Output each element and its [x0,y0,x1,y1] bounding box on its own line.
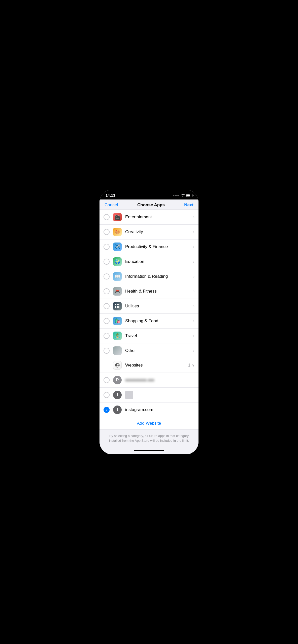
footer-note: By selecting a category, all future apps… [100,430,198,448]
svg-rect-10 [115,307,116,308]
website-row-placeholder-site[interactable]: I [100,388,198,403]
svg-rect-7 [115,306,116,307]
svg-rect-9 [118,306,119,307]
chevron-utilities: › [193,304,194,308]
label-creativity: Creativity [125,229,193,234]
chevron-productivity: › [193,245,194,249]
content-area: 🎬Entertainment›🎨Creativity›✈️Productivit… [100,210,198,430]
websites-count: 1 [188,363,190,368]
websites-header-row[interactable]: Websites1∨ [100,358,198,373]
chevron-education: › [193,259,194,264]
placeholder-website-label [125,391,194,399]
avatar-instagram: I [113,406,122,414]
avatar-placeholder-site: I [113,391,122,399]
status-bar-right [173,193,192,197]
label-education: Education [125,259,193,264]
status-time: 14:13 [106,193,115,197]
footer-text: By selecting a category, all future apps… [109,434,189,442]
chevron-entertainment: › [193,215,194,219]
status-bar: 14:13 [100,190,198,199]
svg-rect-4 [115,304,116,305]
label-utilities: Utilities [125,304,193,309]
category-row-utilities[interactable]: Utilities› [100,299,198,314]
svg-rect-11 [117,307,118,308]
radio-placeholder-site[interactable] [104,392,110,398]
add-website-button[interactable]: Add Website [104,421,194,426]
icon-other: ··· [113,346,122,355]
radio-education[interactable] [104,259,110,265]
radio-entertainment[interactable] [104,214,110,220]
label-other: Other [125,348,193,353]
label-blurred-site: xxxxxxxxxx.xxx [125,378,194,383]
label-entertainment: Entertainment [125,215,193,220]
label-information: Information & Reading [125,274,193,279]
icon-entertainment: 🎬 [113,213,122,221]
svg-rect-12 [118,307,119,308]
category-row-education[interactable]: 🌍Education› [100,254,198,269]
label-shopping: Shopping & Food [125,318,193,324]
svg-point-1 [118,292,119,293]
page-title: Choose Apps [137,203,165,208]
icon-utilities [113,302,122,310]
icon-health [113,287,122,296]
radio-blurred-site[interactable] [104,377,110,383]
cancel-button[interactable]: Cancel [105,203,118,208]
icon-creativity: 🎨 [113,228,122,236]
websites-icon [113,361,122,370]
battery-icon [186,194,192,197]
label-travel: Travel [125,333,193,338]
websites-label: Websites [125,363,188,368]
category-row-shopping[interactable]: 🛍️Shopping & Food› [100,314,198,329]
radio-instagram[interactable] [104,407,110,413]
icon-productivity: ✈️ [113,243,122,251]
icon-education: 🌍 [113,257,122,266]
category-row-health[interactable]: Health & Fitness› [100,284,198,299]
svg-point-0 [115,292,117,293]
signal-icon [173,195,179,196]
nav-header: Cancel Choose Apps Next [100,199,198,210]
svg-rect-8 [117,306,118,307]
icon-information: 📖 [113,272,122,281]
category-row-other[interactable]: ···Other› [100,343,198,358]
radio-travel[interactable] [104,333,110,339]
chevron-shopping: › [193,319,194,323]
category-row-information[interactable]: 📖Information & Reading› [100,269,198,284]
svg-rect-6 [118,304,119,305]
radio-utilities[interactable] [104,303,110,309]
label-instagram: instagram.com [125,407,194,412]
radio-productivity[interactable] [104,244,110,250]
next-button[interactable]: Next [184,203,193,208]
radio-shopping[interactable] [104,318,110,324]
home-bar [134,450,164,451]
add-website-row[interactable]: Add Website [100,417,198,430]
radio-information[interactable] [104,273,110,279]
chevron-other: › [193,348,194,353]
wifi-icon [181,193,185,197]
category-row-entertainment[interactable]: 🎬Entertainment› [100,210,198,225]
website-row-blurred-site[interactable]: Pxxxxxxxxxx.xxx [100,373,198,388]
icon-shopping: 🛍️ [113,317,122,325]
category-row-productivity[interactable]: ✈️Productivity & Finance› [100,239,198,254]
chevron-creativity: › [193,230,194,234]
label-health: Health & Fitness [125,289,193,294]
chevron-health: › [193,289,194,294]
radio-health[interactable] [104,288,110,294]
label-productivity: Productivity & Finance [125,244,193,249]
websites-expand-icon: ∨ [192,363,194,367]
home-indicator [100,448,198,454]
categories-list: 🎬Entertainment›🎨Creativity›✈️Productivit… [100,210,198,358]
category-row-travel[interactable]: 🏝️Travel› [100,329,198,343]
websites-section: Websites1∨Pxxxxxxxxxx.xxxIIinstagram.com [100,358,198,417]
category-row-creativity[interactable]: 🎨Creativity› [100,225,198,239]
svg-rect-5 [117,304,118,305]
radio-other[interactable] [104,348,110,354]
chevron-travel: › [193,334,194,338]
website-row-instagram[interactable]: Iinstagram.com [100,403,198,417]
radio-creativity[interactable] [104,229,110,235]
chevron-information: › [193,274,194,279]
avatar-blurred-site: P [113,376,122,384]
phone-frame: 14:13 Cancel Choose Apps Next 🎬E [100,190,198,454]
icon-travel: 🏝️ [113,332,122,340]
